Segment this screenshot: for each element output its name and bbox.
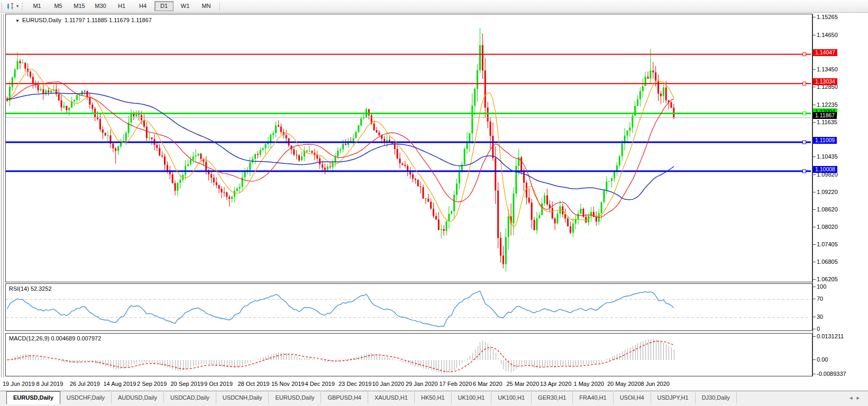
price-tick: 1.14650: [817, 32, 838, 38]
date-label: 8 Jul 2019: [36, 381, 63, 387]
price-line-badge: 1.14047: [813, 49, 837, 56]
rsi-label: RSI(14) 52.3252: [9, 285, 52, 292]
macd-canvas[interactable]: [6, 334, 811, 375]
chart-title-ohlc: 1.11797 1.11885 1.11679 1.11867: [65, 17, 152, 23]
timeframe-button-w1[interactable]: W1: [176, 1, 195, 11]
rsi-tick: 0: [817, 326, 820, 332]
macd-tick: 0.0131211: [817, 333, 844, 339]
chart-tab-bar: EURUSD,DailyUSDCHF,DailyAUDUSD,DailyUSDC…: [0, 391, 868, 406]
chart-tab-eurusd-daily[interactable]: EURUSD,Daily: [269, 392, 321, 403]
date-label: 23 Dec 2019: [339, 381, 371, 387]
chart-tab-fra40-h1[interactable]: FRA40,H1: [573, 392, 613, 403]
chart-tab-audusd-daily[interactable]: AUDUSD,Daily: [112, 392, 164, 403]
date-label: 25 Mar 2020: [507, 381, 540, 387]
toolbar-separator-grip: [22, 3, 24, 10]
date-label: 4 Dec 2019: [305, 381, 335, 387]
timeframe-button-m1[interactable]: M1: [28, 1, 47, 11]
time-axis[interactable]: 19 Jun 20198 Jul 201926 Jul 201914 Aug 2…: [0, 377, 868, 391]
macd-tick: 0.00: [817, 356, 828, 363]
chart-period-icon[interactable]: [6, 2, 16, 11]
chart-tab-hk50-h1[interactable]: HK50,H1: [415, 392, 452, 403]
date-label: 9 Oct 2019: [204, 381, 233, 387]
date-label: 17 Feb 2020: [440, 381, 472, 387]
window-left-border: [1, 14, 2, 379]
timeframe-button-m30[interactable]: M30: [91, 1, 110, 11]
price-tick: 1.15265: [817, 14, 838, 20]
date-label: 1 May 2020: [574, 381, 604, 387]
price-tick: 1.06805: [817, 259, 838, 265]
timeframe-button-h1[interactable]: H1: [112, 1, 131, 11]
price-tick: 1.10435: [817, 153, 838, 160]
timeframe-button-m5[interactable]: M5: [49, 1, 68, 11]
date-label: 20 May 2020: [607, 381, 641, 387]
price-line-badge: 1.11867: [813, 112, 837, 119]
chart-tab-eurusd-daily[interactable]: EURUSD,Daily: [6, 391, 60, 404]
date-label: 14 Aug 2019: [104, 381, 136, 387]
price-line-badge: 1.10008: [813, 166, 837, 173]
timeframe-button-d1[interactable]: D1: [154, 1, 173, 11]
timeframe-button-h4[interactable]: H4: [133, 1, 152, 11]
toolbar-grip[interactable]: [1, 3, 4, 10]
chart-title-symbol: EURUSD,Daily: [22, 17, 61, 23]
macd-tick: -0.0089337: [817, 371, 846, 377]
date-label: 6 Mar 2020: [473, 381, 502, 387]
price-axis[interactable]: 1.152651.146501.134501.128501.122351.116…: [812, 14, 868, 376]
chart-tab-dj30-daily[interactable]: DJ30,Daily: [696, 392, 737, 403]
price-tick: 1.08620: [817, 206, 838, 213]
chevron-down-icon[interactable]: ▾: [16, 4, 19, 8]
chart-tab-uk100-h1[interactable]: UK100,H1: [452, 392, 492, 403]
date-label: 10 Jan 2020: [372, 381, 405, 387]
toolbar-divider: [220, 2, 221, 11]
chart-tab-usdcnh-daily[interactable]: USDCNH,Daily: [216, 392, 269, 403]
chart-tab-usoil-h4[interactable]: USOil,H4: [614, 392, 651, 403]
tab-scroll-arrows[interactable]: ◂▸: [849, 394, 864, 401]
candlestick-canvas[interactable]: [6, 14, 811, 281]
chart-tab-usdjpy-h1[interactable]: USDJPY,H1: [651, 392, 696, 403]
symbol-dropdown-icon[interactable]: ▼: [15, 19, 20, 23]
price-chart-pane[interactable]: ▼EURUSD,Daily 1.11797 1.11885 1.11679 1.…: [5, 14, 812, 282]
date-label: 13 Apr 2020: [540, 381, 571, 387]
chart-window: ▼EURUSD,Daily 1.11797 1.11885 1.11679 1.…: [0, 13, 868, 391]
price-tick: 1.09220: [817, 189, 838, 195]
price-tick: 1.07405: [817, 241, 838, 247]
timeframe-button-group: M1M5M15M30H1H4D1W1MN: [26, 1, 217, 11]
date-label: 2 Sep 2019: [137, 381, 167, 387]
rsi-tick: 70: [817, 296, 823, 302]
macd-indicator-pane[interactable]: MACD(12,26,9) 0.004689 0.007972: [5, 333, 812, 376]
macd-label: MACD(12,26,9) 0.004689 0.007972: [9, 335, 101, 342]
rsi-tick: 30: [817, 313, 823, 320]
chart-tab-usdchf-daily[interactable]: USDCHF,Daily: [60, 392, 112, 403]
rsi-tick: 100: [817, 283, 826, 290]
date-label: 19 Jun 2019: [3, 381, 35, 387]
top-toolbar: ▾ M1M5M15M30H1H4D1W1MN: [0, 0, 868, 13]
price-line-badge: 1.11009: [813, 137, 837, 144]
price-tick: 1.11635: [817, 119, 837, 125]
chart-tab-uk100-h1[interactable]: UK100,H1: [491, 392, 532, 403]
date-label: 29 Jan 2020: [406, 381, 438, 387]
price-tick: 1.08020: [817, 224, 838, 230]
chart-tab-gbpusd-h4[interactable]: GBPUSD,H4: [321, 392, 368, 403]
date-label: 26 Jul 2019: [70, 381, 100, 387]
chart-tab-ger30-h1[interactable]: GER30,H1: [532, 392, 573, 403]
price-tick: 1.06205: [817, 276, 838, 282]
timeframe-button-mn[interactable]: MN: [197, 1, 216, 11]
tab-scroll-right-icon[interactable]: ▸: [856, 394, 864, 401]
tab-scroll-left-icon[interactable]: ◂: [849, 394, 857, 401]
window-left-border-inner: [3, 14, 4, 379]
price-tick: 1.12235: [817, 102, 838, 108]
date-label: 8 Jun 2020: [641, 381, 670, 387]
price-line-badge: 1.13034: [813, 78, 837, 85]
date-label: 15 Nov 2019: [271, 381, 304, 387]
rsi-indicator-pane[interactable]: RSI(14) 52.3252: [5, 283, 812, 331]
price-tick: 1.13450: [817, 66, 838, 72]
date-label: 28 Oct 2019: [238, 381, 270, 387]
timeframe-button-m15[interactable]: M15: [70, 1, 89, 11]
chart-tab-xauusd-h1[interactable]: XAUUSD,H1: [368, 392, 415, 403]
rsi-canvas[interactable]: [6, 284, 811, 329]
date-label: 20 Sep 2019: [171, 381, 204, 387]
chart-title[interactable]: ▼EURUSD,Daily 1.11797 1.11885 1.11679 1.…: [15, 17, 152, 23]
chart-tab-usdcad-daily[interactable]: USDCAD,Daily: [164, 392, 216, 403]
